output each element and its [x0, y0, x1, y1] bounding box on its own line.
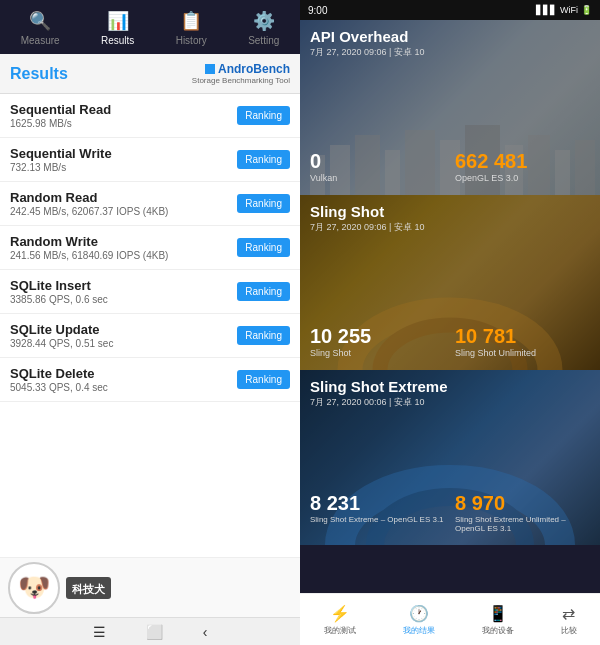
- card-date-sling: 7月 27, 2020 09:06 | 安卓 10: [310, 221, 590, 234]
- bench-value-sqlite-delete: 5045.33 QPS, 0.4 sec: [10, 382, 108, 393]
- bench-name-rand-write: Random Write: [10, 234, 168, 249]
- score-extreme-opengl-label: Sling Shot Extreme – OpenGL ES 3.1: [310, 515, 445, 524]
- score-sling-unlimited-label: Sling Shot Unlimited: [455, 348, 590, 358]
- ranking-btn-sqlite-insert[interactable]: Ranking: [237, 282, 290, 301]
- ranking-btn-sqlite-delete[interactable]: Ranking: [237, 370, 290, 389]
- nav-icon-my-test: ⚡: [330, 604, 350, 623]
- card-content-sling: Sling Shot 7月 27, 2020 09:06 | 安卓 10 10 …: [300, 195, 600, 370]
- bench-name-rand-read: Random Read: [10, 190, 168, 205]
- ranking-btn-sqlite-update[interactable]: Ranking: [237, 326, 290, 345]
- bench-item-sqlite-update: SQLite Update 3928.44 QPS, 0.51 sec Rank…: [0, 314, 300, 358]
- card-sling-extreme[interactable]: Sling Shot Extreme 7月 27, 2020 00:06 | 安…: [300, 370, 600, 545]
- androbench-icon: [205, 64, 215, 74]
- nav-icon-my-results: 🕐: [409, 604, 429, 623]
- score-extreme-unlimited-label: Sling Shot Extreme Unlimited – OpenGL ES…: [455, 515, 590, 533]
- tab-measure-label: Measure: [21, 35, 60, 46]
- back-icon[interactable]: ‹: [203, 624, 208, 640]
- status-time: 9:00: [308, 5, 327, 16]
- bench-list: Sequential Read 1625.98 MB/s Ranking Seq…: [0, 94, 300, 557]
- results-title: Results: [10, 65, 68, 83]
- tab-measure[interactable]: 🔍 Measure: [13, 8, 68, 48]
- tab-history-label: History: [176, 35, 207, 46]
- watermark-label: 科技犬: [66, 577, 111, 599]
- nav-label-my-results: 我的结果: [403, 625, 435, 636]
- bench-info-seq-read: Sequential Read 1625.98 MB/s: [10, 102, 111, 129]
- nav-icon-compare: ⇄: [562, 604, 575, 623]
- nav-item-compare[interactable]: ⇄ 比较: [561, 604, 577, 636]
- bench-info-rand-write: Random Write 241.56 MB/s, 61840.69 IOPS …: [10, 234, 168, 261]
- bench-name-sqlite-update: SQLite Update: [10, 322, 113, 337]
- card-content-extreme: Sling Shot Extreme 7月 27, 2020 00:06 | 安…: [300, 370, 600, 545]
- left-panel: 🔍 Measure 📊 Results 📋 History ⚙️ Setting…: [0, 0, 300, 645]
- bench-info-seq-write: Sequential Write 732.13 MB/s: [10, 146, 112, 173]
- bench-item-sqlite-delete: SQLite Delete 5045.33 QPS, 0.4 sec Ranki…: [0, 358, 300, 402]
- score-sling-shot: 10 255 Sling Shot: [310, 326, 445, 358]
- top-nav-bar: 🔍 Measure 📊 Results 📋 History ⚙️ Setting: [0, 0, 300, 54]
- tab-results[interactable]: 📊 Results: [93, 8, 142, 48]
- ranking-btn-rand-write[interactable]: Ranking: [237, 238, 290, 257]
- card-scores-api: 0 Vulkan 662 481 OpenGL ES 3.0: [310, 151, 590, 183]
- bench-item-seq-read: Sequential Read 1625.98 MB/s Ranking: [0, 94, 300, 138]
- tab-results-label: Results: [101, 35, 134, 46]
- watermark-text: 科技犬: [72, 583, 105, 595]
- card-title-api: API Overhead: [310, 28, 590, 45]
- bench-value-sqlite-update: 3928.44 QPS, 0.51 sec: [10, 338, 113, 349]
- score-vulkan-number: 0: [310, 151, 445, 171]
- right-panel: 9:00 ▋▋▋ WiFi 🔋: [300, 0, 600, 645]
- androbench-subtitle: Storage Benchmarking Tool: [192, 76, 290, 85]
- bench-cards-container: API Overhead 7月 27, 2020 09:06 | 安卓 10 0…: [300, 20, 600, 593]
- nav-icon-my-devices: 📱: [488, 604, 508, 623]
- nav-item-my-test[interactable]: ⚡ 我的测试: [324, 604, 356, 636]
- ranking-btn-rand-read[interactable]: Ranking: [237, 194, 290, 213]
- score-opengl-api-number: 662 481: [455, 151, 590, 171]
- bottom-status-bar: ☰ ⬜ ‹: [0, 617, 300, 645]
- home-icon[interactable]: ⬜: [146, 624, 163, 640]
- bottom-nav-bar: ⚡ 我的测试 🕐 我的结果 📱 我的设备 ⇄ 比较: [300, 593, 600, 645]
- bench-value-rand-write: 241.56 MB/s, 61840.69 IOPS (4KB): [10, 250, 168, 261]
- ranking-btn-seq-write[interactable]: Ranking: [237, 150, 290, 169]
- wifi-icon: WiFi: [560, 5, 578, 15]
- history-icon: 📋: [180, 10, 202, 32]
- status-icons-group: ▋▋▋ WiFi 🔋: [536, 5, 592, 15]
- dog-avatar: 🐶: [8, 562, 60, 614]
- card-api-overhead[interactable]: API Overhead 7月 27, 2020 09:06 | 安卓 10 0…: [300, 20, 600, 195]
- card-scores-sling: 10 255 Sling Shot 10 781 Sling Shot Unli…: [310, 326, 590, 358]
- card-date-api: 7月 27, 2020 09:06 | 安卓 10: [310, 46, 590, 59]
- results-icon: 📊: [107, 10, 129, 32]
- bench-name-sqlite-insert: SQLite Insert: [10, 278, 108, 293]
- card-title-sling: Sling Shot: [310, 203, 590, 220]
- androbench-name: AndroBench: [218, 62, 290, 76]
- tab-setting[interactable]: ⚙️ Setting: [240, 8, 287, 48]
- card-content-api: API Overhead 7月 27, 2020 09:06 | 安卓 10 0…: [300, 20, 600, 195]
- score-sling-unlimited: 10 781 Sling Shot Unlimited: [455, 326, 590, 358]
- bench-info-sqlite-delete: SQLite Delete 5045.33 QPS, 0.4 sec: [10, 366, 108, 393]
- nav-item-my-results[interactable]: 🕐 我的结果: [403, 604, 435, 636]
- bench-info-rand-read: Random Read 242.45 MB/s, 62067.37 IOPS (…: [10, 190, 168, 217]
- card-sling-shot[interactable]: Sling Shot 7月 27, 2020 09:06 | 安卓 10 10 …: [300, 195, 600, 370]
- results-header: Results AndroBench Storage Benchmarking …: [0, 54, 300, 94]
- tab-history[interactable]: 📋 History: [168, 8, 215, 48]
- bench-value-seq-write: 732.13 MB/s: [10, 162, 112, 173]
- androbench-logo: AndroBench Storage Benchmarking Tool: [192, 62, 290, 85]
- nav-label-my-test: 我的测试: [324, 625, 356, 636]
- bench-item-sqlite-insert: SQLite Insert 3385.86 QPS, 0.6 sec Ranki…: [0, 270, 300, 314]
- nav-item-my-devices[interactable]: 📱 我的设备: [482, 604, 514, 636]
- status-bar: 9:00 ▋▋▋ WiFi 🔋: [300, 0, 600, 20]
- ranking-btn-seq-read[interactable]: Ranking: [237, 106, 290, 125]
- score-sling-number: 10 255: [310, 326, 445, 346]
- score-extreme-unlimited: 8 970 Sling Shot Extreme Unlimited – Ope…: [455, 493, 590, 533]
- score-sling-label: Sling Shot: [310, 348, 445, 358]
- score-vulkan: 0 Vulkan: [310, 151, 445, 183]
- bench-value-rand-read: 242.45 MB/s, 62067.37 IOPS (4KB): [10, 206, 168, 217]
- bench-name-sqlite-delete: SQLite Delete: [10, 366, 108, 381]
- menu-icon[interactable]: ☰: [93, 624, 106, 640]
- measure-icon: 🔍: [29, 10, 51, 32]
- score-vulkan-label: Vulkan: [310, 173, 445, 183]
- setting-icon: ⚙️: [253, 10, 275, 32]
- watermark-section: 🐶 科技犬: [0, 557, 300, 617]
- score-opengl-api-label: OpenGL ES 3.0: [455, 173, 590, 183]
- bench-value-sqlite-insert: 3385.86 QPS, 0.6 sec: [10, 294, 108, 305]
- tab-setting-label: Setting: [248, 35, 279, 46]
- bench-item-seq-write: Sequential Write 732.13 MB/s Ranking: [0, 138, 300, 182]
- card-date-extreme: 7月 27, 2020 00:06 | 安卓 10: [310, 396, 590, 409]
